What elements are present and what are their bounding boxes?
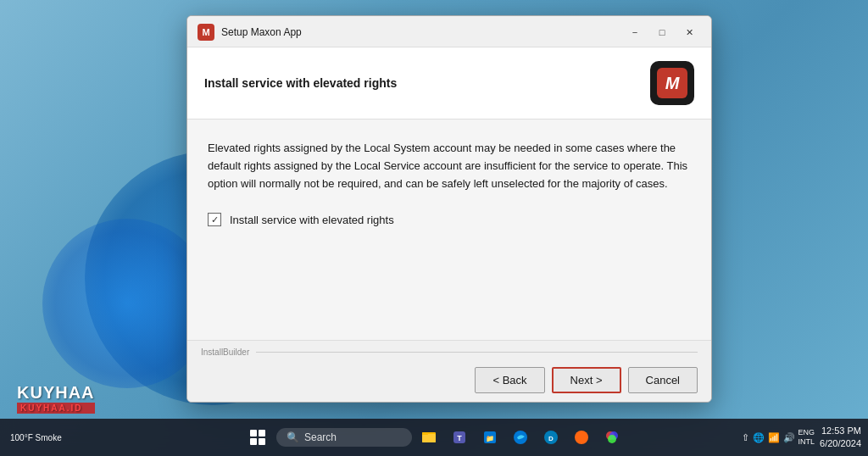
minimize-button[interactable]: −: [623, 23, 647, 42]
svg-rect-1: [422, 434, 436, 442]
cancel-button[interactable]: Cancel: [628, 367, 698, 393]
taskbar-icon-browser[interactable]: [568, 424, 595, 451]
clock-date: 6/20/2024: [820, 437, 861, 450]
dialog-header: Install service with elevated rights M: [187, 47, 711, 120]
setup-dialog: M Setup Maxon App − □ ✕ Install service …: [186, 15, 712, 403]
search-bar[interactable]: 🔍 Search: [276, 428, 412, 447]
installbuilder-line: [256, 352, 698, 353]
tray-arrow[interactable]: ⇧: [742, 432, 749, 443]
search-label: Search: [304, 431, 337, 443]
dialog-buttons: < Back Next > Cancel: [201, 367, 698, 393]
back-button[interactable]: < Back: [475, 367, 544, 393]
taskbar-icon-colorful[interactable]: [598, 424, 626, 451]
dialog-footer: InstallBuilder < Back Next > Cancel: [187, 340, 711, 402]
taskbar: 100°F Smoke 🔍 Search T 📁 D: [0, 419, 868, 456]
window-controls: − □ ✕: [623, 23, 701, 42]
tray-volume: 🔊: [783, 432, 795, 443]
start-button[interactable]: [242, 422, 273, 453]
elevated-rights-checkbox[interactable]: ✓: [208, 213, 221, 226]
dialog-title: Setup Maxon App: [221, 26, 302, 38]
taskbar-left: 100°F Smoke: [7, 424, 65, 451]
taskbar-icon-dell[interactable]: D: [537, 424, 565, 451]
watermark-sub: KUYHAA.ID: [20, 403, 92, 413]
search-icon: 🔍: [287, 431, 299, 443]
tray-wifi: 📶: [768, 432, 780, 443]
clock-widget[interactable]: 12:53 PM 6/20/2024: [820, 425, 861, 451]
maxon-logo: M: [650, 61, 694, 105]
watermark-main: KUYHAA: [17, 383, 95, 403]
checkbox-label[interactable]: Install service with elevated rights: [230, 214, 394, 226]
weather-temp: 100°F Smoke: [10, 433, 62, 442]
taskbar-icon-files[interactable]: 📁: [476, 424, 504, 451]
svg-text:D: D: [548, 435, 554, 442]
next-button[interactable]: Next >: [552, 367, 621, 393]
svg-text:T: T: [457, 434, 462, 442]
svg-point-13: [608, 435, 616, 443]
installbuilder-label: InstallBuilder: [201, 348, 249, 357]
tray-lang: ENGINTL: [798, 428, 815, 447]
close-button[interactable]: ✕: [677, 23, 701, 42]
checkbox-row: ✓ Install service with elevated rights: [208, 213, 691, 226]
maximize-button[interactable]: □: [650, 23, 674, 42]
dialog-content: Elevated rights assigned by the Local Sy…: [187, 120, 711, 340]
taskbar-center: 🔍 Search T 📁 D: [242, 422, 626, 453]
installbuilder-row: InstallBuilder: [201, 348, 698, 357]
svg-text:📁: 📁: [486, 434, 494, 442]
taskbar-icon-explorer[interactable]: [415, 424, 442, 451]
clock-time: 12:53 PM: [820, 425, 861, 437]
dialog-description: Elevated rights assigned by the Local Sy…: [208, 140, 691, 192]
sys-tray-icons: ⇧ 🌐 📶 🔊 ENGINTL: [742, 428, 815, 447]
titlebar-left: M Setup Maxon App: [198, 24, 302, 41]
maxon-logo-letter: M: [657, 68, 687, 98]
windows-logo: [250, 430, 265, 445]
taskbar-right: ⇧ 🌐 📶 🔊 ENGINTL 12:53 PM 6/20/2024: [742, 425, 861, 451]
dialog-header-title: Install service with elevated rights: [204, 76, 397, 90]
svg-point-10: [575, 431, 588, 444]
maxon-app-icon: M: [198, 24, 214, 41]
weather-widget[interactable]: 100°F Smoke: [7, 424, 65, 451]
tray-network: 🌐: [753, 432, 765, 443]
dialog-titlebar: M Setup Maxon App − □ ✕: [187, 16, 711, 47]
taskbar-icon-edge[interactable]: [507, 424, 534, 451]
watermark: KUYHAA KUYHAA.ID: [17, 383, 95, 414]
checkbox-checkmark: ✓: [211, 214, 219, 225]
svg-rect-2: [422, 432, 428, 435]
taskbar-icon-teams[interactable]: T: [446, 424, 473, 451]
